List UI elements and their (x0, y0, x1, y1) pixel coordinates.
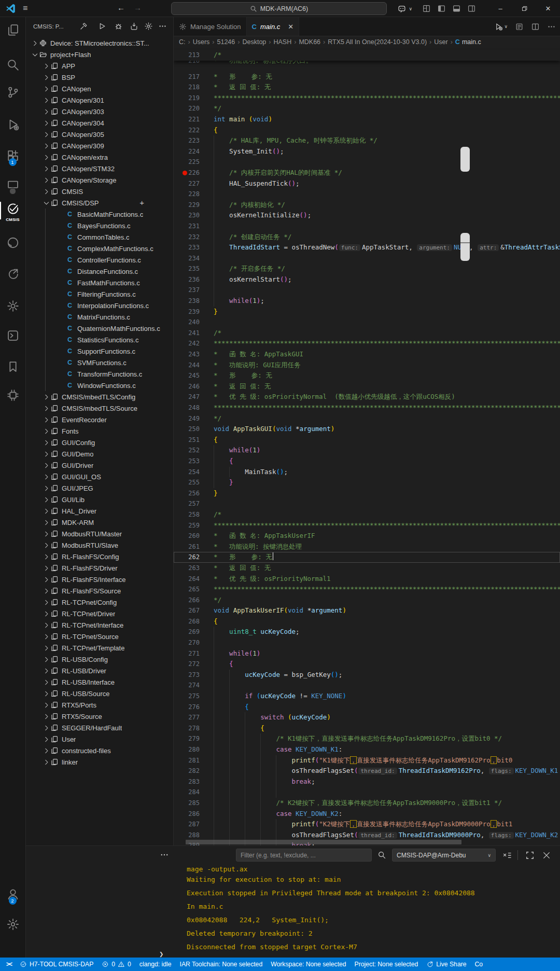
tree-item-canopen-305[interactable]: CANopen/305 (26, 129, 173, 140)
tree-item-canopen-304[interactable]: CANopen/304 (26, 117, 173, 129)
line-number[interactable]: 265 (174, 584, 214, 595)
tree-item-linker[interactable]: linker (26, 756, 173, 768)
back-icon[interactable]: ← (117, 3, 125, 12)
code-line[interactable]: 225 (174, 157, 560, 168)
more-icon[interactable] (158, 22, 167, 31)
close-button[interactable]: ✕ (536, 0, 560, 17)
status-workspace[interactable]: Workspace: None selected (267, 958, 350, 971)
scroll-widget[interactable] (460, 147, 470, 172)
tree-item-segger-hardfault[interactable]: SEGGER/HardFault (26, 722, 173, 733)
line-number[interactable]: 245 (174, 370, 214, 381)
code-line[interactable]: 234 (174, 253, 560, 264)
breadcrumb-item[interactable]: 51246 (217, 38, 235, 46)
console-prompt[interactable]: ❯ (159, 950, 163, 958)
activity-item-node-gear[interactable] (0, 299, 25, 314)
bug-icon[interactable] (114, 22, 123, 31)
code-line[interactable]: 260* 函 数 名: AppTaskUserIF (174, 531, 560, 542)
tree-item-constructed-files[interactable]: constructed-files (26, 745, 173, 756)
line-number[interactable]: 255 (174, 477, 214, 488)
activity-item-settings[interactable] (0, 918, 25, 933)
status-debug-probe[interactable]: H7-TOOL CMSIS-DAP (16, 958, 97, 971)
toggle-sidebar-icon[interactable] (437, 4, 446, 13)
close-icon[interactable]: ✕ (288, 23, 293, 31)
activity-item-extensions[interactable]: 1 (0, 149, 25, 164)
code-line[interactable]: 224 System_Init(); (174, 146, 560, 157)
tree-item-transformfunctions-c[interactable]: CTransformFunctions.c (26, 368, 173, 380)
menu-icon[interactable]: ≡ (23, 4, 27, 13)
tree-item-gui-driver[interactable]: GUI/Driver (26, 460, 173, 471)
line-number[interactable]: 286 (174, 809, 214, 820)
code-line[interactable]: 245* 形 参: 无 (174, 370, 560, 381)
filter-input[interactable] (236, 849, 372, 862)
line-number[interactable]: 273 (174, 670, 214, 681)
breadcrumb-item[interactable]: MDK66 (299, 38, 320, 46)
close-panel-icon[interactable] (541, 850, 552, 861)
gear-icon[interactable] (144, 22, 153, 31)
code-line[interactable]: 285 /* K2键按下，直接发送事件标志给任务AppTaskDM9000Pro… (174, 798, 560, 809)
breadcrumb-item[interactable]: C: (179, 38, 186, 46)
tree-item-hal-driver[interactable]: HAL_Driver (26, 505, 173, 517)
line-number[interactable]: 229 (174, 200, 214, 211)
code-line[interactable]: 281 printf("K1键按下，直接发送事件标志给任务AppTaskDM91… (174, 755, 560, 766)
code-line[interactable]: 219*************************************… (174, 93, 560, 104)
code-line[interactable]: 269 uint8_t ucKeyCode; (174, 627, 560, 637)
tree-item-cmsis[interactable]: CMSIS (26, 186, 173, 197)
line-number[interactable]: 274 (174, 680, 214, 691)
code-editor[interactable]: 216* 功能说明: 标准C程序入口。217* 形 参: 无218* 返 回 值… (174, 48, 560, 845)
code-line[interactable]: 218* 返 回 值: 无 (174, 82, 560, 93)
status-live-share[interactable]: Live Share (422, 958, 470, 971)
code-line[interactable]: 287 printf("K2键按下，直接发送事件标志给任务AppTaskDM90… (174, 819, 560, 830)
tree-item-distancefunctions-c[interactable]: CDistanceFunctions.c (26, 266, 173, 277)
line-number[interactable]: 226 (174, 168, 214, 178)
tree-item-fastmathfunctions-c[interactable]: CFastMathFunctions.c (26, 277, 173, 288)
status-clipped-item[interactable]: Co (471, 958, 487, 971)
open-report-icon[interactable] (515, 22, 524, 31)
tree-item-svmfunctions-c[interactable]: CSVMFunctions.c (26, 357, 173, 368)
code-line[interactable]: 275 if (ucKeyCode != KEY_NONE) (174, 691, 560, 702)
line-number[interactable]: 213 (174, 50, 214, 61)
tree-item-device-stmicroelectronics-st[interactable]: Device: STMicroelectronics::ST... (26, 37, 173, 49)
code-line[interactable]: 264* 优 先 级: osPriorityNormal1 (174, 574, 560, 585)
line-number[interactable]: 258 (174, 509, 214, 520)
tree-item-complexmathfunctions-c[interactable]: CComplexMathFunctions.c (26, 243, 173, 254)
line-number[interactable]: 236 (174, 274, 214, 285)
code-line[interactable]: 241/* (174, 328, 560, 339)
code-line[interactable]: 249*/ (174, 413, 560, 424)
code-line[interactable]: 253 { (174, 456, 560, 467)
line-number[interactable]: 280 (174, 744, 214, 755)
tree-item-canopen-extra[interactable]: CANopen/extra (26, 151, 173, 163)
code-line[interactable]: 237 (174, 285, 560, 296)
line-number[interactable]: 230 (174, 210, 214, 221)
tree-item-app[interactable]: APP (26, 60, 173, 72)
line-number[interactable]: 227 (174, 178, 214, 189)
clear-console-icon[interactable] (502, 850, 512, 861)
code-line[interactable]: 242*************************************… (174, 338, 560, 349)
activity-item-github[interactable] (0, 236, 25, 251)
code-line[interactable]: 286 case KEY_DOWN_K2: (174, 809, 560, 820)
activity-item-embedded-chip[interactable] (0, 389, 25, 404)
line-number[interactable]: 267 (174, 605, 214, 616)
code-line[interactable]: 228 (174, 189, 560, 200)
code-line[interactable]: 240 (174, 317, 560, 328)
code-line[interactable]: 223 /* HAL库, MPU, Cache, 时钟等系统初始化 */ (174, 135, 560, 146)
code-line[interactable]: 248*************************************… (174, 403, 560, 413)
line-number[interactable]: 260 (174, 531, 214, 542)
line-number[interactable]: 264 (174, 574, 214, 585)
code-line[interactable]: 266*/ (174, 595, 560, 606)
line-number[interactable]: 253 (174, 456, 214, 467)
tree-item-cmsis-dsp[interactable]: CMSIS/DSP+ (26, 197, 173, 209)
code-line[interactable]: 271 while(1) (174, 648, 560, 659)
line-number[interactable]: 281 (174, 755, 214, 766)
line-number[interactable]: 262 (174, 552, 214, 563)
code-line[interactable]: 254 MainTask(); (174, 467, 560, 478)
activity-item-search[interactable] (0, 58, 25, 73)
maximize-panel-icon[interactable] (525, 850, 535, 861)
code-line[interactable]: 246* 返 回 值: 无 (174, 381, 560, 392)
line-number[interactable]: 232 (174, 232, 214, 243)
line-number[interactable]: 248 (174, 403, 214, 413)
hammer-icon[interactable] (79, 22, 88, 31)
tree-item-project-flash[interactable]: project+Flash (26, 49, 173, 60)
tree-item-canopen-storage[interactable]: CANopen/Storage (26, 174, 173, 186)
code-line[interactable]: 231 (174, 221, 560, 232)
code-line[interactable]: 273 ucKeyCode = bsp_GetKey(); (174, 670, 560, 681)
